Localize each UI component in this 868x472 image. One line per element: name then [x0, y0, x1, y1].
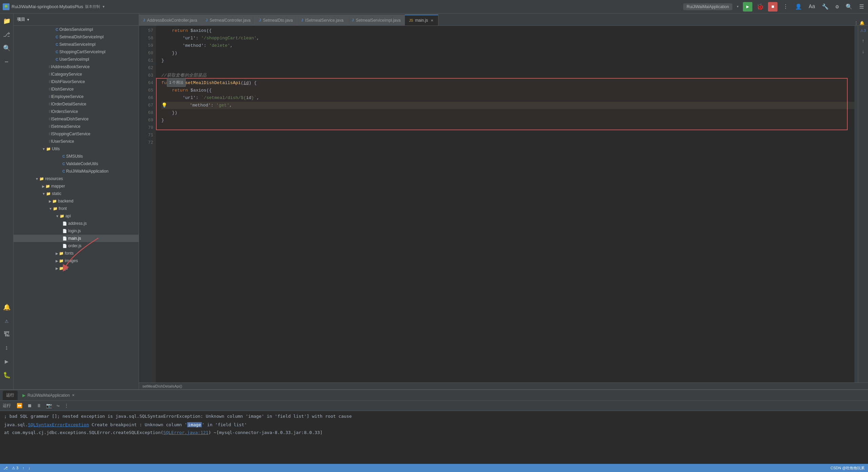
folder-collapse-icon: ▼ [56, 214, 59, 218]
tree-item-IShoppingCartService[interactable]: I IShoppingCartService [14, 130, 139, 138]
tree-folder-backend[interactable]: ▶ 📁 backend [14, 197, 139, 205]
tree-item-ISetmealService[interactable]: I ISetmealService [14, 123, 139, 130]
tab-label: main.js [415, 18, 428, 23]
editor-scrollbar[interactable] [854, 26, 858, 382]
tab-SetmealController[interactable]: J SetmealController.java [202, 15, 255, 25]
tree-folder-resources[interactable]: ▼ 📁 resources [14, 175, 139, 182]
tree-folder-js[interactable]: ▶ 📁 js [14, 264, 139, 272]
sidebar-commit-icon[interactable]: ⎇ [1, 28, 13, 41]
warnings-count[interactable]: ⚠3 [859, 27, 867, 34]
menu-icon[interactable]: ☰ [858, 2, 865, 12]
arrow-down-icon[interactable]: ↓ [860, 48, 866, 56]
code-token: id [243, 79, 249, 87]
arrow-up-icon[interactable]: ↑ [860, 37, 866, 45]
tree-item-IOrderDetailService[interactable]: I IOrderDetailService [14, 100, 139, 108]
tab-ISetmealService[interactable]: J ISetmealService.java [297, 15, 348, 25]
tree-item-ISetmealDishService[interactable]: I ISetmealDishService [14, 115, 139, 123]
tree-item-label: IEmployeeService [51, 94, 84, 99]
tree-item-IDishService[interactable]: I IDishService [14, 85, 139, 93]
tree-folder-images[interactable]: ▶ 📁 images [14, 257, 139, 264]
profile-icon[interactable]: 👤 [794, 2, 803, 12]
search-icon[interactable]: 🔍 [844, 2, 854, 12]
tree-item-ICategoryService[interactable]: I ICategoryService [14, 71, 139, 78]
folder-icon: 📁 [53, 206, 58, 211]
sidebar-debug-icon[interactable]: 🐛 [1, 369, 13, 381]
tools-icon[interactable]: 🔧 [821, 2, 830, 12]
tree-item-IOrdersService[interactable]: I IOrdersService [14, 108, 139, 115]
warnings-status[interactable]: ⚠ 3 [12, 466, 18, 470]
folder-icon: 📁 [60, 214, 64, 218]
arrow-down-status[interactable]: ↓ [28, 466, 31, 470]
fast-forward-btn[interactable]: ⏩ [15, 402, 24, 410]
sidebar-git-icon[interactable]: ↕ [1, 342, 13, 354]
tree-item-address-js[interactable]: 📄 address.js [14, 220, 139, 227]
tree-item-ShoppingCartServiceImpl[interactable]: C ShoppingCartServiceImpl [14, 48, 139, 56]
tree-item-order-js[interactable]: 📄 order.js [14, 242, 139, 250]
top-bar: 🍀 RuiJiWaiMai-springboot-MybatisPlus 版本控… [0, 0, 868, 14]
folder-icon: 📁 [46, 147, 51, 151]
screenshot-btn[interactable]: 📷 [44, 402, 54, 410]
tab-SetmealServiceImpl[interactable]: J SetmealServiceImpl.java [348, 15, 405, 25]
tab-AddressBookController[interactable]: J AddressBookController.java [139, 15, 202, 25]
tree-folder-fonts[interactable]: ▶ 📁 fonts [14, 250, 139, 257]
run-config-dropdown-icon[interactable]: ▾ [736, 4, 739, 9]
tab-main-js[interactable]: JS main.js ✕ [405, 15, 438, 25]
sidebar-project-icon[interactable]: 📁 [1, 15, 13, 27]
tree-item-IDishFlavorService[interactable]: I IDishFlavorService [14, 78, 139, 85]
folder-icon: 📁 [52, 199, 57, 203]
tree-item-SMSUtils[interactable]: C SMSUtils [14, 153, 139, 160]
error-file-link[interactable]: SQLError.java:121 [163, 430, 209, 435]
tree-folder-mapper[interactable]: ▶ 📁 mapper [14, 182, 139, 190]
run-button[interactable]: ▶ [743, 2, 752, 12]
code-token: 'method': [169, 102, 216, 109]
project-dropdown[interactable]: ▾ [27, 17, 29, 22]
tree-item-IEmployeeService[interactable]: I IEmployeeService [14, 93, 139, 100]
tree-item-OrdersServiceImpl[interactable]: C OrdersServiceImpl [14, 26, 139, 33]
tab-close-icon[interactable]: ✕ [430, 18, 434, 23]
code-content[interactable]: 1 个用法 return $axios({ 'url': '/shoppingC… [156, 26, 854, 382]
run-config-badge[interactable]: RuiJiWaiMaiApplication [683, 3, 732, 10]
arrow-up-status[interactable]: ↑ [22, 466, 24, 470]
reload-btn[interactable]: ↪ [55, 402, 61, 410]
tree-item-IAddressBookService[interactable]: I IAddressBookService [14, 63, 139, 71]
sidebar-structure-icon[interactable]: 🏗 [1, 328, 13, 340]
tree-folder-api[interactable]: ▼ 📁 api [14, 212, 139, 220]
code-token: ( [241, 79, 243, 87]
java-tab-icon: J [206, 18, 208, 22]
sidebar-error-icon[interactable]: ⚠ [1, 315, 13, 327]
tree-item-main-js[interactable]: 📄 main.js [14, 235, 139, 242]
sidebar-more-icon[interactable]: ⋯ [1, 56, 13, 68]
sidebar-search-icon[interactable]: 🔍 [1, 42, 13, 54]
version-control-dropdown-icon[interactable]: ▾ [102, 4, 105, 9]
tree-folder-front[interactable]: ▼ 📁 front [14, 205, 139, 212]
more-options-btn[interactable]: ⋮ [62, 402, 71, 410]
sidebar-notification-icon[interactable]: 🔔 [1, 301, 13, 313]
settings-icon[interactable]: ⚙ [834, 2, 840, 12]
sidebar-run-icon[interactable]: ▶ [1, 355, 13, 368]
tree-item-SetmealServiceImpl[interactable]: C SetmealServiceImpl [14, 41, 139, 48]
translate-icon[interactable]: Aa [807, 2, 816, 11]
bottom-tab-run[interactable]: 运行 [3, 391, 18, 400]
tree-item-login-js[interactable]: 📄 login.js [14, 227, 139, 235]
more-icon[interactable]: ⋮ [782, 2, 790, 12]
more-tabs-icon[interactable]: ⋮ [854, 21, 858, 25]
tree-item-RuiJiWaiMaiApplication[interactable]: C RuiJiWaiMaiApplication [14, 168, 139, 175]
tree-item-ValidateCodeUtils[interactable]: C ValidateCodeUtils [14, 160, 139, 168]
tree-item-IUserService[interactable]: I IUserService [14, 138, 139, 145]
pause-btn[interactable]: ⏸ [35, 402, 43, 410]
tab-SetmealDto[interactable]: J SetmealDto.java [255, 15, 297, 25]
tree-folder-static[interactable]: ▼ 📁 static [14, 190, 139, 197]
bottom-tab-app[interactable]: ▶ RuiJiWaiMaiApplication ✕ [19, 391, 78, 400]
project-label[interactable]: 项目 [17, 17, 25, 22]
notification-icon[interactable]: 🔔 [860, 21, 865, 25]
bug-icon[interactable]: 🐞 [756, 3, 764, 11]
stop-button[interactable]: ■ [768, 2, 777, 12]
bottom-tab-close-icon[interactable]: ✕ [72, 393, 75, 397]
error-exception-link[interactable]: SQLSyntaxErrorException [28, 422, 89, 427]
tree-folder-Utils[interactable]: ▼ 📁 Utils [14, 145, 139, 153]
tree-item-SetmealDishServiceImpl[interactable]: C SetmealDishServiceImpl [14, 33, 139, 41]
tree-item-UserServiceImpl[interactable]: C UserServiceImpl [14, 56, 139, 63]
bulb-icon[interactable]: 💡 [161, 102, 167, 109]
version-control-label[interactable]: 版本控制 [85, 4, 100, 9]
stop-btn[interactable]: ⏹ [25, 402, 34, 410]
